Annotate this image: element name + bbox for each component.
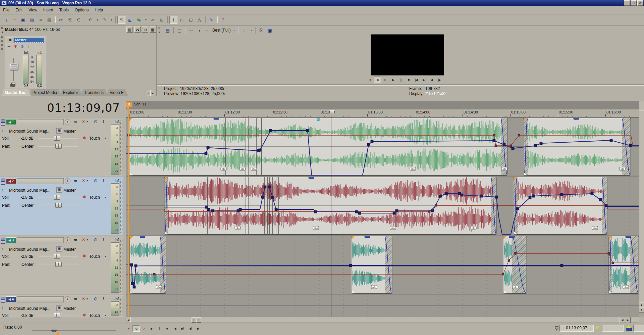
selection-start-field[interactable] bbox=[602, 325, 624, 332]
hscroll-step-right-icon[interactable]: ▶ bbox=[625, 317, 631, 323]
track-name-field[interactable] bbox=[17, 119, 64, 125]
track-automation-mode[interactable]: Touch bbox=[89, 195, 100, 200]
track-pan-value[interactable]: Center bbox=[16, 262, 34, 267]
project-properties-icon[interactable]: ▥ bbox=[28, 16, 36, 24]
track-minimize-button[interactable] bbox=[1, 297, 5, 300]
track-device-name[interactable]: Microsoft Sound Map... bbox=[9, 188, 50, 193]
track-vol-value[interactable]: -2.8 dB bbox=[16, 313, 34, 318]
track-automation-icon[interactable]: ✱ bbox=[83, 313, 87, 318]
open-project-icon[interactable]: ▭ bbox=[10, 16, 18, 24]
track-mute-button[interactable]: ⊘ bbox=[93, 296, 99, 301]
hscroll-grip-right[interactable]: ‖ bbox=[197, 317, 201, 323]
track-arm-record-button[interactable]: ● bbox=[65, 296, 70, 302]
dock-close-icon[interactable]: ✕ bbox=[0, 27, 4, 30]
menu-options[interactable]: Options bbox=[72, 7, 92, 13]
menu-tools[interactable]: Tools bbox=[56, 7, 72, 13]
track-lane-3[interactable]: o‖oo‖oo‖oo‖o bbox=[126, 236, 639, 294]
track-solo-button[interactable]: ! bbox=[103, 178, 106, 184]
horizontal-scrollbar[interactable]: ◀ ‖ ‖ ◀ ▶ − + bbox=[126, 317, 639, 323]
track-header-1[interactable]: ◀ 1●≂✕▾⊘!-Inf.↕Microsoft Sound Map...▣Ma… bbox=[0, 118, 123, 176]
track-routing-icon[interactable]: ↕ bbox=[1, 247, 5, 251]
time-ruler[interactable]: 01:11:0001:11:3001:12:0001:12:3001:13:00… bbox=[126, 109, 639, 117]
track-vol-value[interactable]: -2,8 dB bbox=[16, 136, 34, 141]
new-project-icon[interactable]: ▯ bbox=[2, 16, 10, 24]
paste-icon[interactable]: ⎗ bbox=[74, 16, 83, 24]
save-snapshot-icon[interactable]: ▣ bbox=[266, 26, 274, 34]
auto-ripple-icon[interactable]: ◣ bbox=[126, 16, 134, 24]
vscroll-thumb[interactable] bbox=[639, 110, 644, 302]
track-automation-menu-icon[interactable]: ▾ bbox=[105, 255, 106, 258]
track-automation-icon[interactable]: ✱ bbox=[83, 254, 87, 258]
dock-grip[interactable] bbox=[1, 36, 3, 52]
track-minimize-button[interactable] bbox=[1, 119, 5, 123]
zoom-edit-tool-icon[interactable]: ◎ bbox=[196, 16, 204, 24]
track-phase-invert-icon[interactable]: ≂ bbox=[72, 178, 78, 184]
external-monitor-icon[interactable]: ▢ bbox=[175, 26, 183, 34]
downmix-icon[interactable]: ⋈ bbox=[134, 27, 141, 33]
menu-insert[interactable]: Insert bbox=[40, 7, 56, 13]
status-time-field[interactable]: 01:13:09,07 bbox=[559, 325, 594, 332]
hscroll-grip-left[interactable]: ‖ bbox=[192, 317, 196, 323]
overlays-menu-icon[interactable]: ▾ bbox=[249, 26, 254, 34]
pause-button[interactable]: || bbox=[397, 77, 405, 83]
track-maximize-button[interactable] bbox=[1, 123, 5, 126]
go-to-end-button[interactable]: ▶| bbox=[179, 325, 186, 332]
preview-quality-menu-icon[interactable]: ▾ bbox=[232, 26, 236, 34]
track-name-field[interactable] bbox=[17, 296, 64, 302]
track-routing-icon[interactable]: ↕ bbox=[1, 306, 5, 310]
import-media-icon[interactable]: ▤ bbox=[45, 16, 53, 24]
video-fx-icon[interactable]: ⊶ bbox=[187, 26, 195, 34]
track-automation-icon[interactable]: ✱ bbox=[83, 136, 87, 140]
vscroll-down-icon[interactable]: ▼ bbox=[639, 307, 644, 313]
track-vol-thumb[interactable] bbox=[54, 136, 60, 141]
track-mute-button[interactable]: ⊘ bbox=[93, 119, 99, 124]
track-icon[interactable]: ◀ 4 bbox=[6, 296, 16, 302]
track-vol-thumb[interactable] bbox=[54, 254, 60, 259]
track-lane-2[interactable]: o‖oo‖oo‖oo‖oo‖o bbox=[126, 177, 639, 235]
track-phase-invert-icon[interactable]: ≂ bbox=[72, 296, 78, 302]
mixer-icon[interactable]: ▦ bbox=[150, 27, 156, 33]
paint-tool-icon[interactable]: ✎ bbox=[207, 16, 215, 24]
master-name-field[interactable]: Master bbox=[14, 38, 44, 43]
minimize-button[interactable]: ─ bbox=[624, 0, 630, 6]
marker-flag[interactable]: 11 bbox=[126, 102, 132, 109]
track-automation-icon[interactable]: ✱ bbox=[83, 195, 87, 199]
go-to-end-button[interactable]: ▶| bbox=[420, 77, 428, 83]
track-automation-mode[interactable]: Touch bbox=[89, 313, 100, 318]
undo-menu-icon[interactable]: ▾ bbox=[95, 16, 100, 24]
track-icon[interactable]: ◀ 3 bbox=[6, 237, 16, 243]
tab-transitions[interactable]: Transitions bbox=[81, 89, 108, 96]
track-name-field[interactable] bbox=[17, 178, 64, 184]
track-vol-value[interactable]: -2,8 dB bbox=[16, 254, 34, 259]
save-project-icon[interactable]: ▣ bbox=[19, 16, 27, 24]
overlays-icon[interactable]: # bbox=[240, 26, 248, 34]
rate-slider-rail[interactable] bbox=[32, 330, 116, 331]
track-lane-4[interactable] bbox=[126, 295, 639, 317]
next-frame-button[interactable]: |▶ bbox=[194, 325, 202, 332]
track-automation-menu-icon[interactable]: ▾ bbox=[105, 314, 106, 317]
track-phase-invert-icon[interactable]: ≂ bbox=[72, 237, 78, 243]
play-from-start-button[interactable]: ▷ bbox=[382, 77, 389, 83]
track-pan-thumb[interactable] bbox=[55, 144, 62, 149]
stop-button[interactable]: ■ bbox=[163, 325, 171, 332]
track-fx-menu-icon[interactable]: ▾ bbox=[87, 179, 90, 182]
track-solo-button[interactable]: ! bbox=[103, 296, 106, 302]
track-device-name[interactable]: Microsoft Sound Map... bbox=[9, 306, 50, 311]
master-fader-thumb[interactable] bbox=[10, 63, 18, 70]
redo-icon[interactable]: ↷ bbox=[100, 16, 108, 24]
menu-file[interactable]: File bbox=[0, 7, 12, 13]
play-from-start-button[interactable]: ▷ bbox=[140, 325, 148, 332]
menu-help[interactable]: Help bbox=[92, 7, 106, 13]
track-fx-icon[interactable]: ✕ bbox=[80, 178, 87, 184]
track-icon[interactable]: ◀ 1 bbox=[6, 119, 16, 125]
go-to-start-button[interactable]: |◀ bbox=[171, 325, 178, 332]
previous-frame-button[interactable]: ◀| bbox=[428, 77, 435, 83]
insert-fx-icon[interactable]: ⊶ bbox=[6, 44, 11, 49]
track-arm-record-button[interactable]: ● bbox=[65, 237, 70, 243]
play-button[interactable]: ▶ bbox=[148, 325, 155, 332]
tabs-scroll-left[interactable]: ◀ bbox=[146, 90, 151, 96]
track-solo-button[interactable]: ! bbox=[103, 119, 106, 125]
track-automation-mode[interactable]: Touch bbox=[89, 254, 100, 259]
track-routing-icon[interactable]: ↕ bbox=[1, 129, 5, 133]
play-button[interactable]: ▶ bbox=[389, 77, 397, 83]
